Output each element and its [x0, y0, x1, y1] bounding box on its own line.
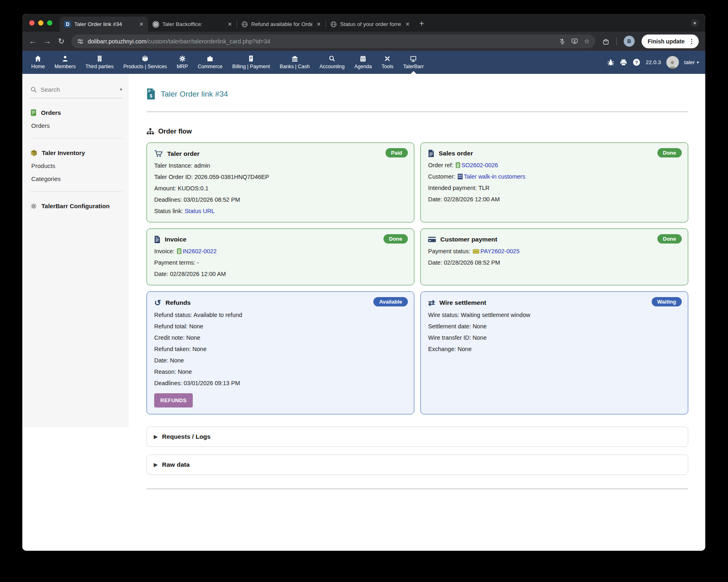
menu-label: Tools [381, 64, 393, 69]
field-deadlines: Deadlines: 03/01/2026 08:52 PM [154, 196, 407, 204]
gear-icon [30, 203, 37, 209]
tabs: D Taler Order link #34 × Taler Backoffic… [60, 14, 424, 32]
browser-menu-icon[interactable]: ⋮ [687, 38, 696, 45]
user-menu[interactable]: taler ▾ [684, 59, 699, 65]
section-title: Taler Inventory [42, 149, 85, 156]
user-avatar[interactable] [666, 56, 679, 69]
document-icon [456, 162, 460, 168]
status-badge: Waiting [652, 297, 682, 306]
sidebar-section-orders[interactable]: Orders [30, 109, 122, 116]
extensions-puzzle-icon[interactable] [602, 38, 610, 45]
close-tab-icon[interactable]: × [227, 21, 233, 28]
card-title: Taler order [167, 150, 200, 157]
status-url-link[interactable]: Status URL [185, 208, 215, 214]
close-tab-icon[interactable]: × [138, 21, 144, 28]
field-deadlines: Deadlines: 03/01/2026 09:13 PM [154, 379, 407, 388]
card-invoice: Invoice Done Invoice: IN2602-0022 Paymen… [146, 228, 414, 285]
panel-raw-data[interactable]: ▶ Raw data [146, 455, 688, 475]
minimize-window-button[interactable] [38, 20, 43, 26]
sidebar-item-products[interactable]: Products [30, 162, 122, 169]
sidebar-section-talerbarr-configuration[interactable]: TalerBarr Configuration [30, 203, 122, 209]
url-text: dolibarr.potuzhnyi.com/custom/talerbarr/… [88, 38, 270, 45]
close-tab-icon[interactable]: × [316, 21, 322, 28]
panel-requests-logs[interactable]: ▶ Requests / Logs [146, 427, 688, 447]
bug-icon[interactable] [607, 59, 614, 66]
card-header: Invoice [154, 236, 407, 243]
card-title: Refunds [166, 299, 191, 306]
close-window-button[interactable] [29, 20, 34, 26]
page-title[interactable]: Taler Order link #34 [161, 90, 228, 99]
profile-avatar[interactable]: B [624, 36, 635, 47]
finish-update-button[interactable]: Finish update ⋮ [642, 34, 699, 48]
search-dropdown-icon[interactable]: ▾ [120, 87, 122, 92]
refunds-button[interactable]: REFUNDS [154, 393, 193, 407]
reload-button[interactable]: ↻ [58, 37, 65, 46]
card-title: Customer payment [440, 236, 497, 243]
menu-talerbarr[interactable]: TalerBarr [398, 51, 429, 74]
search-box[interactable]: Search ▾ [30, 86, 122, 98]
forward-button[interactable]: → [43, 37, 51, 46]
sidebar-section-taler-inventory[interactable]: Taler Inventory [30, 149, 122, 156]
menu-mrp[interactable]: MRP [172, 51, 193, 74]
tab-refund-available[interactable]: Refund available for Order to × [237, 17, 325, 32]
briefcase-icon [207, 55, 213, 62]
svg-text:?: ? [635, 60, 638, 65]
invoice-link[interactable]: IN2602-0022 [183, 248, 217, 254]
section-title: Orders [41, 109, 61, 116]
tab-strip: D Taler Order link #34 × Taler Backoffic… [22, 14, 705, 32]
printer-icon[interactable] [620, 59, 627, 66]
status-badge: Done [657, 148, 682, 157]
field-payment-status: Payment status: PAY2602-0025 [428, 247, 681, 256]
sales-order-link[interactable]: SO2602-0026 [461, 162, 498, 168]
menu-products-services[interactable]: Products | Services [118, 51, 172, 74]
taler-order-document-icon: $ [146, 88, 155, 99]
macos-traffic-lights [29, 20, 52, 26]
menu-members[interactable]: Members [50, 51, 80, 74]
menu-commerce[interactable]: Commerce [193, 51, 227, 74]
toolbar-separator [616, 37, 617, 45]
sitemap-icon [146, 128, 154, 135]
close-tab-icon[interactable]: × [405, 21, 411, 28]
site-settings-icon[interactable] [77, 38, 84, 45]
menu-label: Banks | Cash [280, 64, 310, 69]
tab-order-status[interactable]: Status of your order forrefund × [326, 17, 414, 32]
menu-label: Products | Services [123, 64, 167, 69]
bill-icon [248, 55, 254, 62]
field-date: Date: 02/28/2026 08:52 PM [428, 259, 681, 267]
status-badge: Paid [386, 148, 408, 157]
order-flow-header: Order flow [146, 127, 688, 135]
field-date: Date: None [154, 356, 407, 365]
menu-accounting[interactable]: Accounting [314, 51, 349, 74]
tab-title: Status of your order forrefund [340, 21, 401, 27]
tab-taler-backoffice[interactable]: Taler Backoffice: × [148, 17, 237, 32]
customer-link[interactable]: Taler walk-in customers [464, 173, 526, 180]
undo-icon: ↺ [154, 299, 161, 307]
tools-icon [384, 55, 391, 62]
address-bar[interactable]: dolibarr.potuzhnyi.com/custom/talerbarr/… [71, 34, 595, 48]
help-icon[interactable]: ? [633, 58, 640, 66]
page-header: $ Taler Order link #34 [146, 88, 688, 99]
sidebar-item-orders[interactable]: Orders [30, 122, 122, 129]
menu-tools[interactable]: Tools [377, 51, 398, 74]
menu-third-parties[interactable]: Third parties [80, 51, 118, 74]
maximize-window-button[interactable] [47, 20, 52, 26]
menu-home[interactable]: Home [26, 51, 50, 74]
tab-search-button[interactable]: ▾ [691, 19, 699, 27]
new-tab-button[interactable]: + [419, 19, 424, 28]
tab-taler-order-link[interactable]: D Taler Order link #34 × [60, 17, 148, 32]
menu-agenda[interactable]: Agenda [349, 51, 377, 74]
sidebar-item-categories[interactable]: Categories [30, 175, 122, 182]
menu-label: Members [54, 64, 75, 69]
search-icon [30, 86, 37, 93]
menu-billing-payment[interactable]: Billing | Payment [227, 51, 275, 74]
menu-label: MRP [177, 64, 188, 69]
cart-icon [154, 150, 163, 157]
payment-link[interactable]: PAY2602-0025 [480, 248, 519, 254]
back-button[interactable]: ← [29, 37, 37, 46]
globe-icon [330, 21, 337, 28]
card-title: Invoice [165, 236, 186, 243]
bookmark-star-icon[interactable]: ☆ [584, 37, 590, 45]
mic-off-icon[interactable] [559, 38, 565, 44]
menu-banks-cash[interactable]: Banks | Cash [275, 51, 314, 74]
install-icon[interactable] [571, 38, 578, 44]
